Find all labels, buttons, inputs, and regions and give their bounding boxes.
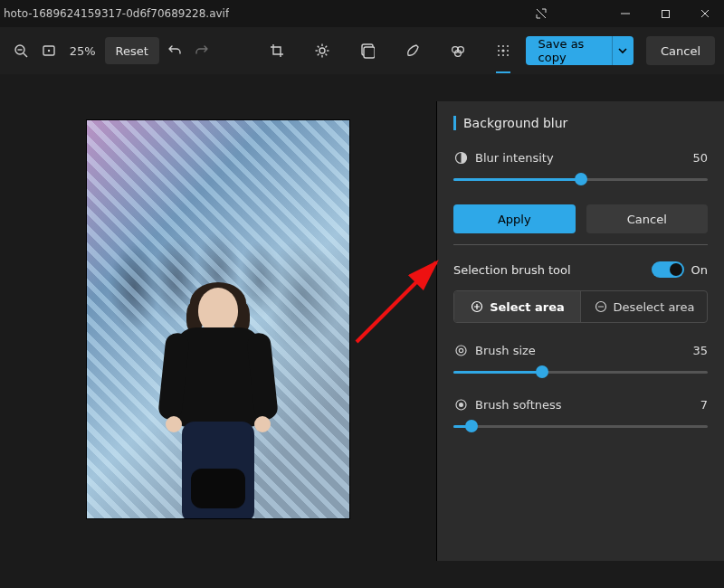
svg-point-25 [501, 49, 504, 52]
filter-icon[interactable] [352, 36, 383, 65]
selection-brush-row: Selection brush tool On [453, 261, 708, 278]
brush-softness-label: Brush softness [475, 398, 562, 412]
blur-intensity-slider[interactable] [453, 170, 708, 188]
crop-icon[interactable] [262, 36, 292, 65]
svg-point-28 [502, 54, 504, 56]
brush-softness-row: Brush softness 7 [453, 397, 708, 412]
select-mode-segmented: Select area Deselect area [453, 290, 708, 323]
maximize-button[interactable] [646, 0, 684, 27]
background-blur-icon[interactable] [488, 36, 519, 65]
toggle-state-label: On [691, 263, 708, 277]
annotation-arrow [351, 251, 451, 351]
svg-rect-1 [662, 10, 669, 17]
svg-point-38 [459, 348, 462, 352]
adjust-icon[interactable] [307, 36, 338, 65]
redo-icon[interactable] [190, 36, 214, 65]
undo-icon[interactable] [163, 36, 186, 65]
blur-intensity-icon [453, 150, 468, 165]
apply-cancel-row: Apply Cancel [453, 204, 708, 233]
erase-icon[interactable] [443, 36, 473, 65]
blur-intensity-label: Blur intensity [475, 151, 554, 165]
minimize-button[interactable] [606, 0, 644, 27]
svg-point-26 [507, 50, 509, 52]
svg-point-37 [456, 346, 466, 356]
reset-button[interactable]: Reset [105, 37, 159, 64]
blur-intensity-value: 50 [692, 151, 708, 165]
svg-line-30 [357, 262, 436, 342]
svg-point-29 [507, 54, 509, 56]
edit-tools [262, 36, 519, 65]
zoom-out-icon[interactable] [9, 36, 33, 65]
panel-divider [453, 244, 708, 245]
select-area-option[interactable]: Select area [454, 291, 580, 322]
apply-button[interactable]: Apply [453, 204, 576, 233]
svg-line-13 [325, 54, 327, 56]
cancel-edit-button[interactable]: Cancel [646, 36, 715, 65]
svg-line-3 [24, 53, 27, 57]
brush-size-label: Brush size [475, 344, 536, 357]
markup-icon[interactable] [397, 36, 428, 65]
brush-size-row: Brush size 35 [453, 343, 708, 357]
deselect-area-option[interactable]: Deselect area [580, 291, 707, 322]
svg-point-23 [507, 45, 509, 47]
brush-softness-value: 7 [700, 398, 708, 412]
canvas-area[interactable] [0, 74, 436, 588]
svg-line-15 [317, 54, 319, 56]
brush-softness-slider[interactable] [453, 417, 708, 435]
svg-point-21 [498, 45, 500, 47]
svg-point-22 [502, 45, 504, 47]
svg-line-14 [325, 46, 327, 48]
deselect-area-label: Deselect area [614, 300, 695, 314]
save-split-button: Save as copy [526, 36, 634, 65]
window-title: hoto-1689624159317-0d6f70689228.avif [4, 7, 229, 20]
panel-accent-bar [453, 116, 456, 130]
save-as-copy-button[interactable]: Save as copy [526, 36, 612, 65]
svg-point-7 [319, 48, 325, 53]
blur-intensity-row: Blur intensity 50 [453, 150, 708, 165]
close-button[interactable] [686, 0, 724, 27]
svg-point-6 [47, 50, 49, 52]
background-blur-panel: Background blur Blur intensity 50 Apply … [436, 101, 724, 561]
svg-point-27 [498, 54, 500, 56]
zoom-percent[interactable]: 25% [64, 44, 101, 58]
toolbar: 25% Reset Save as copy Cancel [0, 27, 724, 74]
svg-line-12 [317, 46, 319, 48]
deselect-minus-icon [594, 299, 608, 314]
selection-brush-toggle[interactable] [652, 261, 684, 278]
brush-size-slider[interactable] [453, 363, 708, 381]
svg-point-40 [459, 403, 463, 407]
svg-point-24 [498, 50, 500, 52]
photo-preview [86, 119, 350, 519]
panel-title-row: Background blur [453, 116, 708, 130]
titlebar-controls [523, 0, 724, 27]
svg-rect-17 [364, 47, 375, 58]
fit-window-icon[interactable] [36, 36, 60, 65]
titlebar: hoto-1689624159317-0d6f70689228.avif [0, 0, 724, 27]
brush-softness-icon [453, 397, 468, 412]
expand-diagonal-icon[interactable] [523, 0, 559, 27]
brush-size-icon [453, 343, 468, 357]
select-plus-icon [470, 299, 484, 314]
save-dropdown-button[interactable] [612, 36, 634, 65]
panel-title: Background blur [463, 116, 567, 130]
panel-cancel-button[interactable]: Cancel [586, 204, 709, 233]
brush-size-value: 35 [692, 344, 708, 357]
editor-body: Background blur Blur intensity 50 Apply … [0, 74, 724, 588]
selection-brush-label: Selection brush tool [453, 263, 571, 277]
select-area-label: Select area [490, 300, 565, 314]
